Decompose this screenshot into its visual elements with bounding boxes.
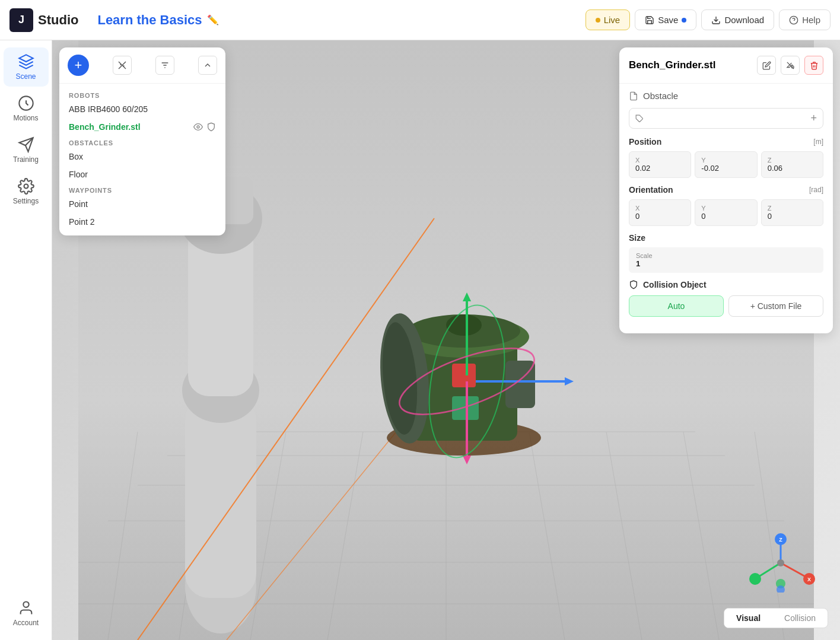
topbar-right: Live Save Download Help <box>586 9 831 30</box>
floor-label: Floor <box>69 170 88 179</box>
logo-area: J Studio <box>9 8 78 32</box>
position-fields: X 0.02 Y -0.02 Z 0.06 <box>629 151 823 178</box>
visual-tab[interactable]: Visual <box>724 609 772 628</box>
size-section: Size Scale 1 <box>629 233 823 273</box>
size-title: Size <box>629 233 645 243</box>
logo-text: Studio <box>38 12 78 28</box>
orientation-x-label: X <box>635 205 685 212</box>
eye-icon[interactable] <box>193 122 203 132</box>
save-label: Save <box>658 15 678 25</box>
collision-section: Collision Object Auto + Custom File <box>629 280 823 317</box>
svg-rect-39 <box>505 361 535 408</box>
tag-icon <box>635 114 644 123</box>
collision-tab[interactable]: Collision <box>772 609 828 628</box>
orientation-y-value: 0 <box>701 212 705 221</box>
paint-button[interactable] <box>781 56 800 75</box>
sidebar-item-account[interactable]: Account <box>4 594 49 633</box>
shield-icon[interactable] <box>206 122 216 132</box>
scene-item-point[interactable]: Point <box>59 195 225 213</box>
filter-icon-btn[interactable] <box>155 56 174 75</box>
scene-item-point2[interactable]: Point 2 <box>59 213 225 231</box>
orientation-z-label: Z <box>768 205 817 212</box>
edit-name-button[interactable] <box>757 56 776 75</box>
ruler-icon-btn[interactable] <box>113 56 132 75</box>
help-label: Help <box>802 15 820 25</box>
orientation-fields: X 0 Y 0 Z 0 <box>629 199 823 226</box>
position-z-field[interactable]: Z 0.06 <box>761 151 823 178</box>
svg-line-53 <box>781 563 807 578</box>
filter-icon <box>160 61 170 70</box>
svg-point-57 <box>749 573 761 585</box>
position-y-value: -0.02 <box>701 164 719 173</box>
point2-label: Point 2 <box>69 217 95 227</box>
svg-point-36 <box>446 314 482 336</box>
position-unit: [m] <box>813 138 823 146</box>
viewport[interactable]: Z X + <box>52 40 840 640</box>
shield-collision-icon <box>629 280 638 289</box>
training-icon <box>18 136 34 153</box>
collision-tabs: Auto + Custom File <box>629 295 823 317</box>
orientation-x-field[interactable]: X 0 <box>629 199 691 226</box>
account-icon <box>18 600 34 616</box>
sidebar-item-training[interactable]: Training <box>4 130 49 170</box>
abb-label: ABB IRB4600 60/205 <box>69 104 148 114</box>
save-button[interactable]: Save <box>635 9 696 30</box>
logo-icon: J <box>9 8 33 32</box>
add-tag-button[interactable]: + <box>810 112 817 125</box>
svg-rect-41 <box>452 396 479 420</box>
sidebar-item-scene[interactable]: Scene <box>4 47 49 87</box>
trash-icon <box>810 61 819 70</box>
position-y-label: Y <box>701 157 750 164</box>
axis-indicator: Z X <box>745 533 816 593</box>
sidebar-item-motions[interactable]: Motions <box>4 89 49 128</box>
props-body: Obstacle + Position [m] X <box>619 84 833 324</box>
custom-file-tab[interactable]: + Custom File <box>728 295 823 317</box>
settings-icon <box>18 178 34 195</box>
orientation-x-value: 0 <box>635 212 639 221</box>
orientation-z-field[interactable]: Z 0 <box>761 199 823 226</box>
download-label: Download <box>724 15 764 25</box>
robots-section-label: ROBOTS <box>59 88 225 100</box>
sidebar-item-settings[interactable]: Settings <box>4 172 49 211</box>
unsaved-indicator <box>682 18 686 23</box>
view-tabs: Visual Collision <box>724 608 828 628</box>
topbar: J Studio Learn the Basics ✏️ Live Save D… <box>0 0 840 40</box>
live-button[interactable]: Live <box>586 9 631 30</box>
svg-line-56 <box>757 563 781 578</box>
position-x-label: X <box>635 157 685 164</box>
pencil-icon <box>762 61 771 70</box>
download-button[interactable]: Download <box>701 9 774 30</box>
download-icon <box>711 15 721 25</box>
position-y-field[interactable]: Y -0.02 <box>695 151 757 178</box>
scene-item-floor[interactable]: Floor <box>59 165 225 183</box>
project-title: Learn the Basics <box>97 12 202 28</box>
scene-panel-header: + <box>59 47 225 84</box>
type-label: Obstacle <box>643 91 678 101</box>
tag-row: + <box>629 108 823 129</box>
scene-item-box[interactable]: Box <box>59 148 225 165</box>
svg-rect-25 <box>185 396 256 598</box>
account-label: Account <box>13 619 39 627</box>
orientation-header: Orientation [rad] <box>629 185 823 195</box>
title-area: Learn the Basics ✏️ <box>97 12 218 28</box>
orientation-unit: [rad] <box>809 186 823 194</box>
file-icon <box>629 91 638 101</box>
svg-rect-40 <box>452 364 476 387</box>
props-header: Bench_Grinder.stl <box>619 47 833 84</box>
auto-collision-tab[interactable]: Auto <box>629 295 724 317</box>
help-button[interactable]: Help <box>779 9 831 30</box>
scene-item-bench-grinder[interactable]: Bench_Grinder.stl <box>59 118 225 136</box>
box-label: Box <box>69 152 83 161</box>
scene-item-abb[interactable]: ABB IRB4600 60/205 <box>59 100 225 118</box>
add-object-button[interactable]: + <box>68 55 89 76</box>
size-scale-field[interactable]: Scale 1 <box>629 247 823 273</box>
collapse-icon-btn[interactable] <box>198 56 217 75</box>
orientation-y-field[interactable]: Y 0 <box>695 199 757 226</box>
edit-title-icon[interactable]: ✏️ <box>207 14 219 26</box>
scene-panel-body: ROBOTS ABB IRB4600 60/205 Bench_Grinder.… <box>59 84 225 235</box>
scene-label: Scene <box>15 72 36 81</box>
scale-value: 1 <box>636 259 640 268</box>
position-z-label: Z <box>768 157 817 164</box>
delete-button[interactable] <box>804 56 823 75</box>
position-x-field[interactable]: X 0.02 <box>629 151 691 178</box>
